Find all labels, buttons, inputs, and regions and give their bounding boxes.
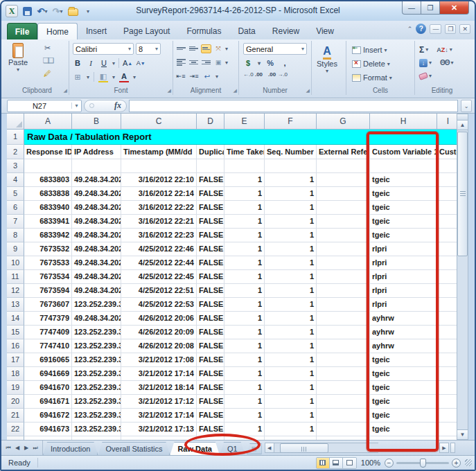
customize-qat-button[interactable]: ▾: [82, 5, 94, 17]
row-number[interactable]: 4: [7, 173, 24, 187]
row-number[interactable]: 13: [7, 298, 24, 312]
clear-button[interactable]: [418, 72, 428, 80]
data-cell[interactable]: 1: [265, 312, 317, 326]
data-cell[interactable]: 7673532: [24, 242, 72, 256]
data-cell[interactable]: 6941671: [24, 395, 72, 409]
vertical-scroll-thumb[interactable]: [457, 132, 468, 256]
sort-filter-button[interactable]: AZ↓: [437, 46, 448, 53]
data-cell[interactable]: 123.252.239.3: [72, 367, 121, 381]
split-handle[interactable]: [457, 114, 468, 121]
data-cell[interactable]: 7673534: [24, 270, 72, 284]
expand-formula-bar-icon[interactable]: ⌄: [461, 100, 472, 112]
data-cell[interactable]: [317, 159, 370, 173]
data-cell[interactable]: 123.252.239.3: [72, 298, 121, 312]
data-cell[interactable]: [437, 409, 459, 423]
data-cell[interactable]: 1: [224, 173, 265, 187]
column-header-H[interactable]: H: [370, 114, 437, 130]
wrap-text-dropdown-icon[interactable]: ▾: [215, 73, 218, 80]
data-cell[interactable]: 123.252.239.3: [72, 409, 121, 423]
column-header-I[interactable]: I: [437, 114, 459, 130]
ribbon-tab-home[interactable]: Home: [37, 23, 78, 39]
data-cell[interactable]: [121, 159, 197, 173]
data-cell[interactable]: [437, 381, 459, 395]
help-icon[interactable]: ?: [416, 24, 426, 34]
merge-center-button[interactable]: ▣: [213, 57, 223, 68]
data-cell[interactable]: [437, 159, 459, 173]
column-header-C[interactable]: C: [121, 114, 197, 130]
row-number[interactable]: 14: [7, 312, 24, 326]
data-cell[interactable]: [437, 242, 459, 256]
data-cell[interactable]: rlpri: [370, 270, 437, 284]
orientation-button[interactable]: ⤧: [213, 43, 223, 54]
undo-button[interactable]: ↶▾: [36, 5, 49, 17]
data-cell[interactable]: [317, 270, 370, 284]
data-cell[interactable]: 1: [265, 256, 317, 270]
data-cell[interactable]: 6941673: [24, 423, 72, 436]
data-cell[interactable]: 4/25/2012 22:51: [121, 284, 197, 298]
data-cell[interactable]: 49.248.34.202: [72, 312, 121, 326]
data-cell[interactable]: 1: [265, 395, 317, 409]
shrink-font-button[interactable]: A▼: [136, 57, 146, 69]
minimize-button[interactable]: —: [402, 1, 421, 15]
middle-align-button[interactable]: [188, 44, 199, 53]
row-number[interactable]: 9: [7, 242, 24, 256]
data-cell[interactable]: FALSE: [197, 298, 224, 312]
data-cell[interactable]: tgeic: [370, 187, 437, 201]
open-button[interactable]: [67, 5, 79, 17]
data-cell[interactable]: [317, 298, 370, 312]
field-header-cell[interactable]: Duplicate: [197, 145, 224, 159]
workbook-minimize-button[interactable]: —: [430, 24, 441, 34]
fill-color-button[interactable]: ◧: [98, 71, 108, 82]
data-cell[interactable]: 1: [224, 409, 265, 423]
row-number[interactable]: 19: [7, 381, 24, 395]
data-cell[interactable]: [317, 242, 370, 256]
data-cell[interactable]: 6833941: [24, 215, 72, 229]
align-right-button[interactable]: [201, 58, 211, 67]
increase-decimal-button[interactable]: ←.0 .00: [243, 71, 263, 78]
data-cell[interactable]: 1: [265, 353, 317, 367]
data-cell[interactable]: 1: [265, 229, 317, 242]
percent-style-button[interactable]: %: [265, 57, 275, 69]
data-cell[interactable]: 1: [224, 312, 265, 326]
zoom-slider[interactable]: [396, 462, 449, 464]
font-color-dropdown-icon[interactable]: ▾: [133, 74, 136, 80]
field-header-cell[interactable]: Response ID: [24, 145, 72, 159]
number-format-combo[interactable]: General▾: [243, 43, 307, 55]
grow-font-button[interactable]: A▲: [123, 57, 132, 69]
row-number[interactable]: 12: [7, 284, 24, 298]
data-cell[interactable]: FALSE: [197, 353, 224, 367]
data-cell[interactable]: 49.248.34.202: [72, 173, 121, 187]
data-cell[interactable]: tgeic: [370, 381, 437, 395]
data-cell[interactable]: [317, 215, 370, 229]
data-cell[interactable]: 1: [224, 353, 265, 367]
row-number[interactable]: 11: [7, 270, 24, 284]
find-select-button[interactable]: ΘΘ: [440, 59, 450, 66]
number-dialog-launcher[interactable]: ◢: [306, 88, 310, 94]
data-cell[interactable]: 1: [224, 395, 265, 409]
increase-indent-button[interactable]: ⇥≡: [189, 71, 199, 82]
data-cell[interactable]: rlpri: [370, 284, 437, 298]
data-cell[interactable]: rlpri: [370, 298, 437, 312]
delete-cells-button[interactable]: Delete▾: [352, 57, 392, 70]
sheet-tab-q1[interactable]: Q1: [220, 442, 245, 455]
page-layout-view-button[interactable]: [330, 458, 343, 468]
page-break-view-button[interactable]: [343, 458, 356, 468]
data-cell[interactable]: 3/21/2012 17:14: [121, 409, 197, 423]
data-cell[interactable]: 4/25/2012 22:44: [121, 256, 197, 270]
data-cell[interactable]: 1: [265, 187, 317, 201]
data-cell[interactable]: tgeic: [370, 423, 437, 436]
scroll-left-icon[interactable]: ◀: [265, 443, 274, 453]
scroll-right-icon[interactable]: ▶: [439, 443, 449, 453]
data-cell[interactable]: 49.248.34.202: [72, 242, 121, 256]
row-number[interactable]: 20: [7, 395, 24, 409]
merge-center-dropdown-icon[interactable]: ▾: [225, 60, 228, 66]
data-cell[interactable]: 1: [224, 326, 265, 339]
orientation-dropdown-icon[interactable]: ▾: [225, 46, 228, 52]
data-cell[interactable]: 49.248.34.202: [72, 215, 121, 229]
data-cell[interactable]: [197, 159, 224, 173]
italic-button[interactable]: I: [86, 57, 96, 69]
accounting-dropdown-icon[interactable]: ▾: [258, 60, 261, 66]
data-cell[interactable]: [317, 367, 370, 381]
row-number[interactable]: 3: [7, 159, 24, 173]
field-header-cell[interactable]: IP Address: [72, 145, 121, 159]
